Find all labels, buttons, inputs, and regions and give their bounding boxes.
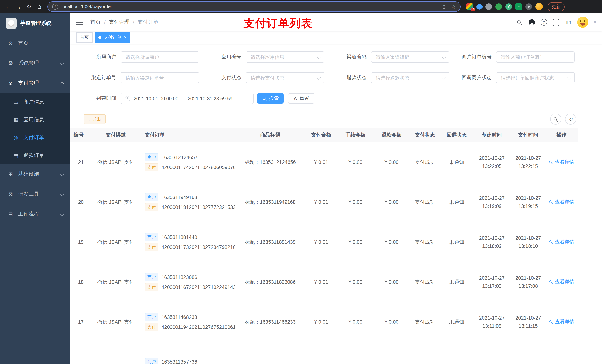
tab-home[interactable]: 首页 xyxy=(76,32,93,42)
help-icon[interactable] xyxy=(540,19,547,26)
pay-tag: 支付 xyxy=(145,203,159,211)
url-text: localhost:1024/pay/order xyxy=(62,4,438,9)
merchant-order-no-input[interactable] xyxy=(500,54,570,60)
address-bar[interactable]: localhost:1024/pay/order xyxy=(47,1,461,12)
infrastructure-icon xyxy=(7,171,14,177)
search-icon xyxy=(549,280,553,284)
refund-status-input[interactable] xyxy=(375,74,445,81)
devtools-extension-icon[interactable]: 10 xyxy=(466,3,473,10)
sidebar-item-app-info[interactable]: 应用信息 xyxy=(0,111,70,129)
refresh-icon xyxy=(293,96,297,101)
merchant-tag: 商户 xyxy=(145,233,159,241)
table-row: 21 微信 JSAPI 支付 商户1635312124657 支付4200001… xyxy=(70,142,578,182)
channel-order-no-input[interactable] xyxy=(125,74,195,81)
channel-order-no-field[interactable] xyxy=(121,72,199,83)
search-icon[interactable] xyxy=(516,19,523,26)
pay-time: 2021-10-2713:11:15 xyxy=(511,302,545,342)
close-tab-icon[interactable] xyxy=(124,35,127,40)
pay-status: 支付成功 xyxy=(409,302,441,342)
browser-back-icon[interactable] xyxy=(3,2,13,11)
toggle-search-button[interactable] xyxy=(550,114,561,125)
reset-button[interactable]: 重置 xyxy=(288,93,314,104)
merchant-select-input[interactable] xyxy=(125,54,195,60)
pay-order-no: 4200001174202110278060590766 xyxy=(161,165,235,170)
merchant-order-no-field[interactable] xyxy=(496,52,575,62)
screen: localhost:1024/pay/order 10 更新 芋道管理系统 首页 xyxy=(0,0,602,364)
tags-view-bar: 首页 支付订单 xyxy=(70,31,602,44)
blue-drop-extension-icon[interactable] xyxy=(475,3,483,10)
sidebar-toggle-icon[interactable] xyxy=(76,22,83,22)
channel-code-select[interactable] xyxy=(371,52,450,62)
create-time: 2021-10-2713:11:08 xyxy=(473,302,511,342)
create-time-range-picker[interactable]: 2021-10-01 00:00:00 - 2021-10-31 23:59:5… xyxy=(121,93,254,104)
green-extension-icon[interactable] xyxy=(495,3,502,10)
breadcrumb-separator xyxy=(104,19,106,25)
app-select[interactable] xyxy=(246,52,324,62)
view-detail-link[interactable]: 查看详情 xyxy=(549,239,574,245)
tab-pay-order[interactable]: 支付订单 xyxy=(95,32,130,42)
gray-extension-icon[interactable] xyxy=(485,3,492,10)
pay-tag: 支付 xyxy=(145,283,159,291)
sidebar-item-pay-order[interactable]: 支付订单 xyxy=(0,129,70,146)
sidebar-item-home[interactable]: 首页 xyxy=(0,33,70,53)
breadcrumb-home[interactable]: 首页 xyxy=(90,19,101,26)
browser-menu-icon[interactable] xyxy=(568,2,578,11)
notify-status: 未通知 xyxy=(441,142,473,182)
browser-reload-icon[interactable] xyxy=(24,2,34,11)
site-info-icon[interactable] xyxy=(52,4,58,10)
merchant-select[interactable] xyxy=(121,52,199,62)
vue-devtools-extension-icon[interactable] xyxy=(505,3,512,10)
merchant-order-no: 1635311823086 xyxy=(161,274,197,280)
gear-icon xyxy=(7,60,14,67)
merchant-order-no: 1635311357736 xyxy=(161,359,197,364)
notify-status-select[interactable] xyxy=(496,72,575,83)
sidebar-item-payment[interactable]: 支付管理 xyxy=(0,73,70,93)
search-button[interactable]: 搜索 xyxy=(257,93,284,104)
share-icon[interactable] xyxy=(442,4,446,10)
bookmark-star-icon[interactable] xyxy=(451,3,456,10)
sidebar-item-refund-order[interactable]: 退款订单 xyxy=(0,146,70,164)
view-detail-link[interactable]: 查看详情 xyxy=(549,159,574,166)
sidebar-item-merchant-info[interactable]: 商户信息 xyxy=(0,93,70,111)
green-square-extension-icon[interactable] xyxy=(515,3,522,10)
notify-status-input[interactable] xyxy=(500,74,570,81)
view-detail-link[interactable]: 查看详情 xyxy=(549,279,574,285)
refund-status-select[interactable] xyxy=(371,72,450,83)
font-size-icon[interactable] xyxy=(565,19,572,26)
github-icon[interactable] xyxy=(529,19,535,25)
refresh-table-button[interactable] xyxy=(565,114,576,125)
browser-forward-icon[interactable] xyxy=(14,2,23,11)
browser-home-icon[interactable] xyxy=(34,2,44,11)
chevron-up-icon xyxy=(60,82,64,86)
sidebar-item-infrastructure[interactable]: 基础设施 xyxy=(0,164,70,184)
user-menu-caret-icon[interactable] xyxy=(594,20,596,25)
user-avatar[interactable] xyxy=(577,17,588,28)
filter-label: 创建时间 xyxy=(74,95,116,102)
channel-code-input[interactable] xyxy=(375,54,445,60)
view-detail-link[interactable]: 查看详情 xyxy=(549,319,574,325)
sidebar-item-system[interactable]: 系统管理 xyxy=(0,53,70,73)
sidebar-item-label: 首页 xyxy=(18,40,29,47)
pin-extension-icon[interactable] xyxy=(525,3,532,10)
search-icon xyxy=(549,240,553,244)
table-row: 17 微信 JSAPI 支付 商户1635311468233 支付4200001… xyxy=(70,302,578,342)
app-logo[interactable]: 芋道管理系统 xyxy=(0,13,70,33)
pay-status-input[interactable] xyxy=(250,74,320,81)
app-select-input[interactable] xyxy=(250,54,320,60)
browser-profile-avatar[interactable] xyxy=(535,3,543,10)
workflow-icon xyxy=(7,211,14,218)
sidebar-item-workflow[interactable]: 工作流程 xyxy=(0,204,70,224)
pay-order-cell: 商户1635311881440 支付4200001173202110272847… xyxy=(142,222,235,262)
table-tools xyxy=(550,114,576,125)
export-button[interactable]: 导出 xyxy=(84,114,106,124)
extension-badge: 10 xyxy=(471,8,475,11)
pay-status-select[interactable] xyxy=(246,72,324,83)
sidebar-item-dev-tools[interactable]: 研发工具 xyxy=(0,184,70,204)
breadcrumb-pay-manage[interactable]: 支付管理 xyxy=(109,19,129,26)
fullscreen-icon[interactable] xyxy=(553,19,559,26)
view-detail-link[interactable]: 查看详情 xyxy=(549,199,574,206)
pay-status: 支付成功 xyxy=(409,262,441,302)
fee-amount: ¥ 0.00 xyxy=(337,182,374,222)
chrome-update-button[interactable]: 更新 xyxy=(548,2,565,11)
pay-order-no: 4200001181202110277723215336 xyxy=(161,204,235,210)
